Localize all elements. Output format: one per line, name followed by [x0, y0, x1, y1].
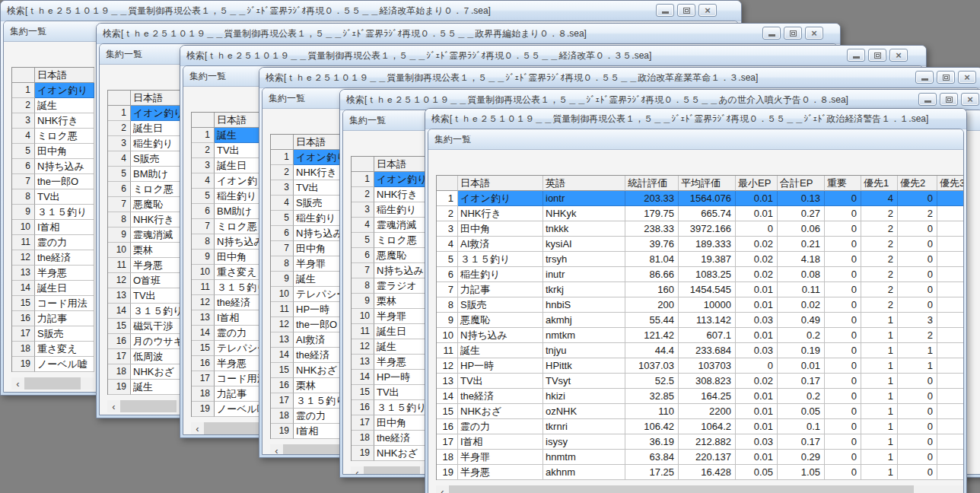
table-cell[interactable]: 0.01	[736, 328, 778, 343]
table-cell[interactable]: 0	[736, 358, 778, 374]
table-cell[interactable]: 0.17	[778, 374, 825, 389]
table-cell[interactable]: 半身罪	[458, 450, 543, 465]
table-cell[interactable]: 1083.25	[679, 267, 736, 282]
row-number[interactable]: 1	[192, 128, 215, 143]
row-number[interactable]: 14	[437, 389, 458, 404]
table-cell[interactable]: 0.11	[778, 282, 825, 297]
row-number[interactable]: 5	[352, 233, 374, 248]
table-cell[interactable]: ozNHK	[543, 404, 625, 419]
row-number[interactable]: 2	[271, 165, 294, 180]
list-cell[interactable]: 重さ変え	[35, 342, 94, 357]
table-cell[interactable]: 0	[825, 434, 861, 450]
list-row[interactable]: 14HP一時	[352, 370, 434, 385]
table-cell[interactable]: 203.33	[625, 191, 679, 206]
row-number[interactable]: 10	[108, 243, 131, 258]
row-number[interactable]: 17	[271, 393, 294, 409]
row-number[interactable]: 12	[192, 295, 215, 310]
table-cell[interactable]: 179.75	[625, 206, 679, 221]
scroll-track[interactable]	[364, 466, 434, 475]
row-number[interactable]: 2	[108, 121, 131, 136]
table-cell[interactable]: 0.19	[778, 343, 825, 358]
table-cell[interactable]: kysiAI	[543, 237, 625, 252]
table-row[interactable]: 17I首相isysy36.19212.8820.030.17010	[437, 434, 964, 450]
row-number[interactable]: 3	[108, 136, 131, 151]
table-cell[interactable]: 0.49	[778, 313, 825, 328]
list-cell[interactable]: S販売	[35, 326, 94, 342]
row-number[interactable]: 12	[437, 358, 458, 374]
table-cell[interactable]: 106.42	[625, 419, 679, 434]
table-cell[interactable]: 1	[861, 434, 898, 450]
scroll-track[interactable]	[449, 485, 964, 493]
table-row[interactable]: 2NHK行きNHKyk179.75665.740.010.27022	[437, 206, 964, 221]
table-cell[interactable]: 悪魔恥	[458, 313, 543, 328]
row-number[interactable]: 4	[192, 173, 215, 189]
h-scrollbar[interactable]: ‹	[351, 466, 434, 475]
table-cell[interactable]: N持ち込み	[458, 328, 543, 343]
list-row[interactable]: 4S販売	[108, 151, 190, 167]
list-row[interactable]: 12the経済	[12, 250, 94, 266]
close-button[interactable]: ×	[698, 4, 717, 17]
table-cell[interactable]: 0	[825, 343, 861, 358]
row-number[interactable]: 8	[271, 256, 294, 272]
table-cell[interactable]: 0	[825, 252, 861, 267]
scroll-thumb[interactable]	[364, 466, 420, 475]
table-cell[interactable]: 0.21	[778, 237, 825, 252]
table-cell[interactable]: 55.44	[625, 313, 679, 328]
maximize-button[interactable]	[784, 27, 802, 40]
scroll-left-button[interactable]: ‹	[270, 444, 283, 455]
table-cell[interactable]	[937, 267, 964, 282]
table-cell[interactable]: 0.13	[778, 191, 825, 206]
maximize-button[interactable]	[868, 49, 886, 62]
list-row[interactable]: 13半身悪	[352, 355, 434, 370]
table-cell[interactable]: 233.684	[679, 343, 736, 358]
table-cell[interactable]: 0.05	[736, 465, 778, 480]
list-cell[interactable]: 力記事	[35, 311, 94, 326]
table-cell[interactable]: akmhj	[543, 313, 625, 328]
row-number[interactable]: 4	[437, 237, 458, 252]
list-cell[interactable]: TV出	[35, 189, 94, 205]
row-number[interactable]: 14	[271, 348, 294, 363]
list-row[interactable]: 14誕生日	[12, 281, 94, 296]
table-cell[interactable]: 0	[825, 374, 861, 389]
list-cell[interactable]: 誕生	[35, 98, 94, 113]
table-cell[interactable]: 0	[825, 389, 861, 404]
row-number[interactable]: 15	[271, 363, 294, 378]
scroll-left-button[interactable]: ‹	[107, 400, 120, 412]
row-number[interactable]: 6	[12, 159, 35, 174]
table-cell[interactable]	[937, 237, 964, 252]
list-row[interactable]: 17低周波	[108, 349, 190, 364]
row-number[interactable]: 10	[352, 309, 374, 324]
table-cell[interactable]	[937, 313, 964, 328]
table-cell[interactable]: 0	[898, 237, 937, 252]
row-number[interactable]: 1	[12, 83, 35, 98]
list-row[interactable]: 6ミロク悪	[108, 182, 190, 197]
table-cell[interactable]: 1.05	[778, 465, 825, 480]
title-bar[interactable]: 検索[ｔｈｅ２５１０１９＿＿質量制御再現公表１，５＿＿ｼﾞｪﾄﾞ霊界ﾗｼﾞｵ再現…	[259, 68, 980, 88]
row-number[interactable]: 10	[437, 328, 458, 343]
table-cell[interactable]: 0	[825, 328, 861, 343]
row-number[interactable]: 17	[12, 326, 35, 342]
row-number[interactable]: 8	[437, 297, 458, 313]
table-cell[interactable]: 稲生釣り	[458, 267, 543, 282]
table-cell[interactable]: ３１５釣り	[458, 252, 543, 267]
list-cell[interactable]: ミロク悪	[35, 129, 94, 144]
row-number[interactable]: 7	[108, 197, 131, 212]
table-cell[interactable]: 0	[825, 221, 861, 237]
table-cell[interactable]: NHKおざ	[458, 404, 543, 419]
table-cell[interactable]: 1	[861, 465, 898, 480]
table-cell[interactable]: S販売	[458, 297, 543, 313]
column-header[interactable]: 日本語	[458, 176, 543, 191]
table-cell[interactable]: 44.4	[625, 343, 679, 358]
row-number[interactable]: 16	[12, 311, 35, 326]
row-number[interactable]: 13	[352, 355, 374, 370]
table-cell[interactable]: 2200	[679, 404, 736, 419]
list-cell[interactable]: I首相	[35, 220, 94, 235]
table-cell[interactable]: 17.25	[625, 465, 679, 480]
row-number[interactable]: 14	[12, 281, 35, 296]
table-cell[interactable]: 1454.545	[679, 282, 736, 297]
table-row[interactable]: 9悪魔恥akmhj55.44113.1420.030.49013	[437, 313, 964, 328]
list-row[interactable]: 4霊魂消滅	[352, 218, 434, 233]
row-number[interactable]: 18	[437, 450, 458, 465]
table-cell[interactable]: 0.05	[778, 404, 825, 419]
table-cell[interactable]	[937, 297, 964, 313]
